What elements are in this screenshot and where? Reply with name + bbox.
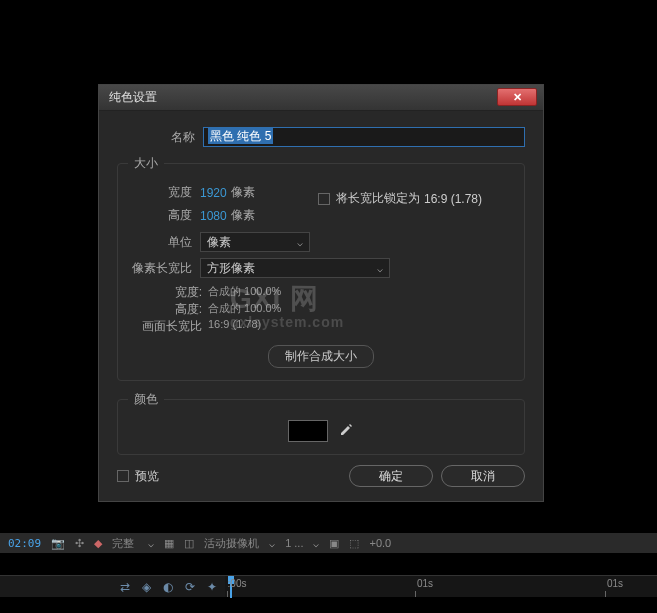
color-mgmt-icon[interactable]: ◆ <box>94 537 102 550</box>
lock-aspect-ratio: 16:9 (1.78) <box>424 192 482 206</box>
width-unit: 像素 <box>231 184 255 201</box>
snapshot-icon[interactable]: 📷 <box>51 537 65 550</box>
toggle-3d-icon[interactable]: ⬚ <box>349 537 359 550</box>
eyedropper-icon[interactable] <box>338 422 354 441</box>
color-legend: 颜色 <box>128 391 164 408</box>
preview-label: 预览 <box>135 468 159 485</box>
frame-ar-label: 画面长宽比 <box>130 318 208 335</box>
frame-ar-value: 16:9 (1.78) <box>208 318 261 335</box>
name-input[interactable]: 黑色 纯色 5 <box>203 127 525 147</box>
chevron-down-icon: ⌵ <box>269 538 275 549</box>
info-width-value: 合成的 100.0% <box>208 284 281 301</box>
par-label: 像素长宽比 <box>128 260 200 277</box>
mask-icon[interactable]: ◫ <box>184 537 194 550</box>
chevron-down-icon: ⌵ <box>313 538 319 549</box>
height-unit: 像素 <box>231 207 255 224</box>
chevron-down-icon: ⌵ <box>148 538 154 549</box>
dialog-title: 纯色设置 <box>109 89 157 106</box>
info-width-label: 宽度: <box>150 284 208 301</box>
make-comp-size-button[interactable]: 制作合成大小 <box>268 345 374 368</box>
lock-aspect-label: 将长宽比锁定为 <box>336 190 420 207</box>
par-value: 方形像素 <box>207 260 255 277</box>
close-icon: ✕ <box>513 91 522 104</box>
units-label: 单位 <box>128 234 200 251</box>
tl-brain-icon[interactable]: ✦ <box>207 580 217 594</box>
lock-aspect-checkbox[interactable] <box>318 193 330 205</box>
size-fieldset: 大小 宽度 1920 像素 高度 1080 像素 将长宽比锁定为 16:9 (1… <box>117 155 525 381</box>
tl-blend-icon[interactable]: ◐ <box>163 580 173 594</box>
height-value[interactable]: 1080 <box>200 209 227 223</box>
bottom-toolbar: 02:09 📷 ✣ ◆ 完整 ⌵ ▦ ◫ 活动摄像机 ⌵ 1 ... ⌵ ▣ ⬚… <box>0 533 657 553</box>
par-dropdown[interactable]: 方形像素 ⌵ <box>200 258 390 278</box>
render-quality-dropdown[interactable]: 完整 ⌵ <box>112 536 154 551</box>
units-value: 像素 <box>207 234 231 251</box>
info-height-value: 合成的 100.0% <box>208 301 281 318</box>
time-ruler[interactable]: :00s 01s 01s <box>225 576 657 597</box>
color-fieldset: 颜色 <box>117 391 525 455</box>
grid-icon[interactable]: ▦ <box>164 537 174 550</box>
size-legend: 大小 <box>128 155 164 172</box>
cancel-button[interactable]: 取消 <box>441 465 525 487</box>
color-swatch[interactable] <box>288 420 328 442</box>
tl-motion-blur-icon[interactable]: ⟳ <box>185 580 195 594</box>
adjust-icon[interactable]: ✣ <box>75 537 84 550</box>
units-dropdown[interactable]: 像素 ⌵ <box>200 232 310 252</box>
close-button[interactable]: ✕ <box>497 88 537 106</box>
timecode[interactable]: 02:09 <box>8 537 41 550</box>
chevron-down-icon: ⌵ <box>377 263 383 274</box>
tick-label: 01s <box>607 578 623 589</box>
toggle-alpha-icon[interactable]: ▣ <box>329 537 339 550</box>
info-height-label: 高度: <box>150 301 208 318</box>
camera-dropdown[interactable]: 活动摄像机 ⌵ <box>204 536 275 551</box>
ok-button[interactable]: 确定 <box>349 465 433 487</box>
tick-label: 01s <box>417 578 433 589</box>
dialog-titlebar[interactable]: 纯色设置 ✕ <box>99 85 543 111</box>
height-label: 高度 <box>128 207 200 224</box>
width-label: 宽度 <box>128 184 200 201</box>
name-label: 名称 <box>117 129 203 146</box>
view-count-dropdown[interactable]: 1 ... ⌵ <box>285 537 319 549</box>
chevron-down-icon: ⌵ <box>297 237 303 248</box>
preview-checkbox[interactable] <box>117 470 129 482</box>
tick-label: :00s <box>228 578 247 589</box>
exposure-value[interactable]: +0.0 <box>369 537 391 549</box>
timeline: ⇄ ◈ ◐ ⟳ ✦ :00s 01s 01s <box>0 575 657 597</box>
tl-shy-icon[interactable]: ⇄ <box>120 580 130 594</box>
name-value: 黑色 纯色 5 <box>208 128 273 144</box>
solid-settings-dialog: 纯色设置 ✕ 名称 黑色 纯色 5 大小 宽度 1920 像素 高度 1080 … <box>98 84 544 502</box>
width-value[interactable]: 1920 <box>200 186 227 200</box>
tl-graph-icon[interactable]: ◈ <box>142 580 151 594</box>
